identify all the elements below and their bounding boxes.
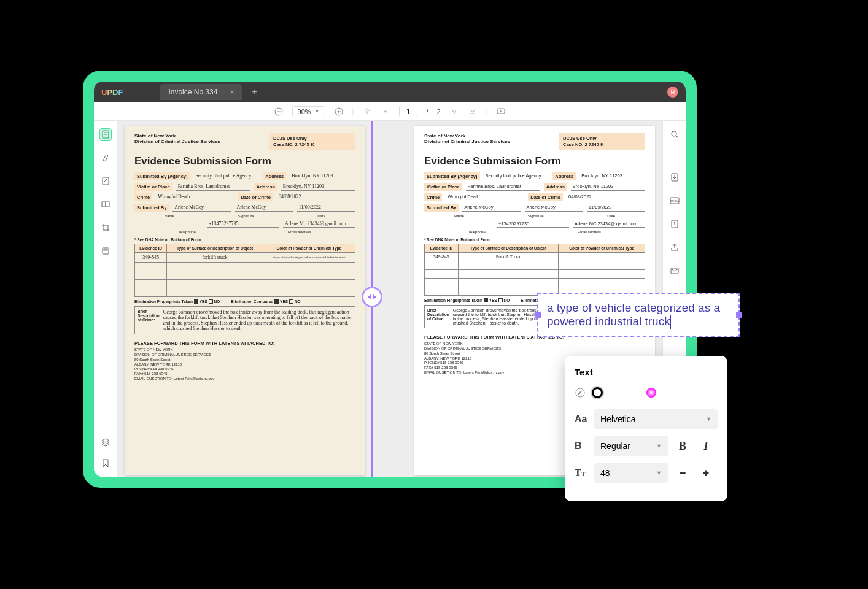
export-icon[interactable] [668,171,681,183]
font-weight-icon: B [575,441,588,452]
highlight-tool-icon[interactable] [99,152,112,164]
sidebar-left [94,121,117,477]
zoom-out-button[interactable] [274,107,284,117]
page-left: State of New York Division of Criminal J… [125,126,365,475]
zoom-select[interactable]: 90% ▼ [292,106,325,117]
svg-point-14 [672,131,676,136]
forward-address: STATE OF NEW YORKDIVISION OF CRIMINAL JU… [134,348,355,382]
first-page-button[interactable] [362,107,372,117]
resize-handle-left[interactable] [535,312,541,318]
close-icon[interactable]: × [230,88,234,96]
tab-active[interactable]: Invoice No.334 × [160,84,242,100]
font-family-select[interactable]: Helvetica▼ [594,409,718,429]
layers-icon[interactable] [99,436,112,448]
search-icon[interactable] [668,128,681,141]
svg-rect-11 [106,202,109,207]
zoom-value: 90% [298,108,311,115]
organize-tool-icon[interactable] [99,198,112,210]
next-page-button[interactable] [449,107,459,117]
svg-point-22 [646,388,656,398]
svg-rect-10 [102,202,106,207]
page-total: 2 [436,108,440,115]
prev-page-button[interactable] [381,107,390,117]
crop-tool-icon[interactable] [99,221,112,234]
text-edit-callout[interactable]: a type of vehicle categorized as a power… [537,293,740,337]
resize-handle-right[interactable] [736,312,742,318]
color-picker-icon[interactable] [575,387,586,398]
edit-tool-icon[interactable] [99,175,112,187]
font-weight-select[interactable]: Regular▼ [594,436,668,456]
share-icon[interactable] [668,241,681,253]
svg-text:PDF/A: PDF/A [670,199,679,203]
reader-tool-icon[interactable] [99,128,112,141]
tab-label: Invoice No.334 [168,88,217,96]
form-tool-icon[interactable] [99,245,112,257]
presentation-icon[interactable] [496,107,506,117]
state-line: State of New York [134,133,220,139]
compare-handle[interactable] [362,287,382,307]
font-family-icon: Aa [575,414,588,425]
division-line: Division of Criminal Justice Services [134,139,220,144]
svg-rect-9 [103,177,109,185]
app-logo: UPDF [101,88,123,97]
bold-button[interactable]: B [674,437,691,455]
form-title: Evidence Submission Form [134,155,355,167]
svg-rect-13 [104,249,107,250]
user-avatar[interactable]: R [667,87,678,98]
bookmark-icon[interactable] [99,457,112,469]
color-wheel-icon[interactable] [646,387,657,398]
save-icon[interactable] [668,218,681,230]
color-row [575,387,718,398]
email-icon[interactable] [668,264,681,277]
increase-size-button[interactable]: + [697,464,715,482]
pdfa-icon[interactable]: PDF/A [668,194,681,207]
new-tab-button[interactable]: + [251,87,257,98]
text-properties-panel: Text Aa Helvetica▼ B Regular▼ B I TT 48▼… [565,356,727,501]
color-selected[interactable] [592,387,603,398]
svg-line-15 [676,136,678,137]
last-page-button[interactable] [468,107,478,117]
italic-button[interactable]: I [697,437,715,455]
decrease-size-button[interactable]: − [674,464,691,482]
page-separator: / [426,108,428,115]
font-size-icon: TT [575,468,588,479]
font-size-select[interactable]: 48▼ [594,463,668,483]
zoom-in-button[interactable] [334,107,344,117]
chevron-down-icon: ▼ [315,109,320,114]
page-input[interactable] [399,106,417,117]
evidence-table: Evidence IDType of Surface or Descriptio… [134,244,355,297]
toolbar: 90% ▼ | / 2 | [94,102,686,121]
dcjs-box: DCJS Use Only Case NO. 2-7245-K [269,133,355,150]
callout-text[interactable]: a type of vehicle categorized as a power… [547,301,730,329]
panel-title: Text [575,367,718,377]
titlebar: UPDF Invoice No.334 × + R [94,82,686,102]
